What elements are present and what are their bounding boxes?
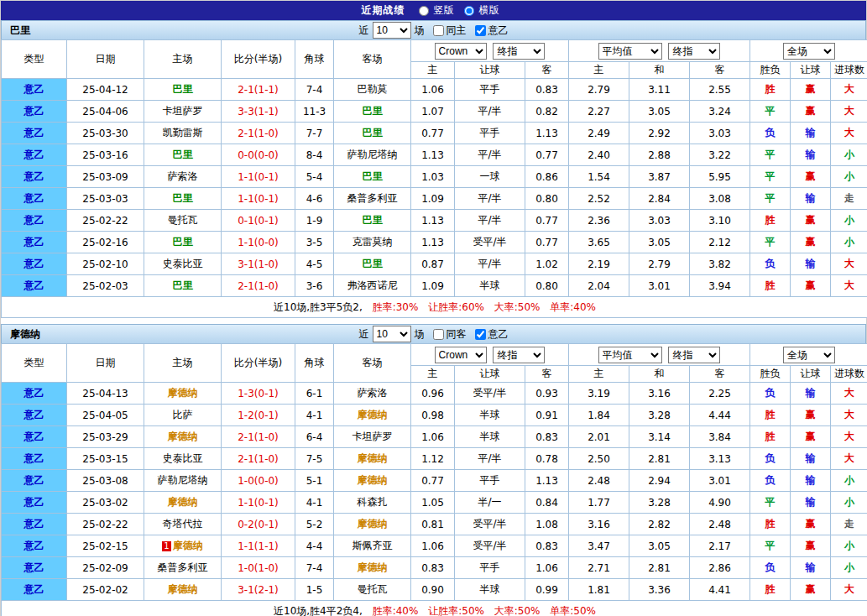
average-select[interactable]: 平均值 xyxy=(598,43,662,60)
average-select[interactable]: 平均值 xyxy=(598,347,662,363)
home-team-cell: 巴里 xyxy=(144,144,222,166)
result-cell: 大 xyxy=(831,101,867,123)
result-cell: 赢 xyxy=(791,101,831,123)
team-name: 萨索洛 xyxy=(168,170,198,182)
col-away-odds: 客 xyxy=(525,62,569,79)
odds-cell: 0.77 xyxy=(411,123,455,144)
team-name: 摩德纳 xyxy=(358,518,388,530)
same-venue-checkbox[interactable] xyxy=(433,329,444,340)
odds-cell: 0.91 xyxy=(525,405,569,426)
corners-cell: 3-6 xyxy=(295,275,334,297)
final-odds-select[interactable]: 终指 xyxy=(493,43,545,60)
team-header-bar: 摩德纳 近 10 场 同客 意乙 xyxy=(1,324,866,343)
odds-cell: 一球 xyxy=(455,166,525,188)
odds-cell: 4.90 xyxy=(690,492,750,514)
same-venue-label: 同客 xyxy=(447,327,467,342)
home-team-cell: 凯勤雷斯 xyxy=(144,123,222,144)
odds-cell: 3.10 xyxy=(690,210,750,232)
summary-stat: 胜率:30% xyxy=(373,301,419,313)
corners-cell: 7-5 xyxy=(295,448,334,470)
result-cell: 胜 xyxy=(750,426,791,448)
type-cell: 意乙 xyxy=(2,448,67,470)
away-team-cell: 摩德纳 xyxy=(334,405,411,426)
team-name: 摩德纳 xyxy=(168,496,198,508)
fullmatch-select[interactable]: 全场 xyxy=(783,43,835,60)
result-cell: 胜 xyxy=(750,275,791,297)
result-cell: 输 xyxy=(791,448,831,470)
games-count-select[interactable]: 10 xyxy=(373,326,411,342)
odds-cell: 3.16 xyxy=(569,514,629,535)
result-cell: 赢 xyxy=(791,535,831,557)
type-cell: 意乙 xyxy=(2,405,67,426)
final-odds-select[interactable]: 终指 xyxy=(668,347,720,363)
type-cell: 意乙 xyxy=(2,470,67,492)
result-cell: 小 xyxy=(831,557,867,579)
team-name: 巴里 xyxy=(363,258,383,269)
match-row: 意乙25-03-02摩德纳1-1(0-1)4-1科森扎1.05半/一0.841.… xyxy=(2,492,867,514)
odds-cell: 1.06 xyxy=(411,535,455,557)
corners-cell: 4-6 xyxy=(295,188,334,210)
odds-cell: 2.12 xyxy=(690,232,750,253)
horizontal-layout-radio[interactable] xyxy=(464,6,474,16)
games-count-select[interactable]: 10 xyxy=(373,22,411,39)
col-winloss: 胜负 xyxy=(750,62,791,79)
score-cell: 1-1(0-1) xyxy=(222,188,295,210)
team-name: 卡坦萨罗 xyxy=(353,431,393,442)
result-cell: 胜 xyxy=(750,405,791,426)
odds-cell: 2.82 xyxy=(629,514,690,535)
near-label: 近 xyxy=(359,23,369,38)
result-cell: 胜 xyxy=(750,210,791,232)
matches-body-1: 意乙25-04-13摩德纳1-3(0-1)6-1萨索洛0.96受平/半0.933… xyxy=(2,383,867,601)
summary-stat: 让胜率:60% xyxy=(428,301,484,313)
result-cell: 平 xyxy=(750,144,791,166)
summary-row: 近10场,胜3平5负2, 胜率:30% 让胜率:60% 大率:50% 单率:40… xyxy=(2,297,867,318)
bookmaker-select[interactable]: Crown xyxy=(435,347,487,363)
odds-cell: 受平/半 xyxy=(455,383,525,405)
result-cell: 赢 xyxy=(791,275,831,297)
home-team-cell: 摩德纳 xyxy=(144,579,222,601)
match-date: 25-02-02 xyxy=(67,579,144,601)
odds-cell: 2.52 xyxy=(569,188,629,210)
odds-cell: 2.55 xyxy=(690,79,750,101)
result-cell: 负 xyxy=(750,557,791,579)
same-venue-checkbox[interactable] xyxy=(433,25,444,36)
fullmatch-select[interactable]: 全场 xyxy=(783,347,835,363)
bookmaker-select[interactable]: Crown xyxy=(435,43,487,60)
odds-cell: 3.13 xyxy=(690,448,750,470)
corners-cell: 7-4 xyxy=(295,557,334,579)
away-team-cell: 卡坦萨罗 xyxy=(334,426,411,448)
team-name: 巴里 xyxy=(173,192,193,204)
vertical-layout-radio[interactable] xyxy=(419,6,429,16)
odds-cell: 3.24 xyxy=(690,101,750,123)
match-date: 25-03-03 xyxy=(67,188,144,210)
final-odds-select[interactable]: 终指 xyxy=(668,43,720,60)
odds-cell: 2.25 xyxy=(690,383,750,405)
odds-cell: 1.03 xyxy=(411,166,455,188)
team-name: 史泰比亚 xyxy=(163,258,203,269)
result-cell: 小 xyxy=(831,166,867,188)
league-filter-checkbox[interactable] xyxy=(475,329,486,340)
away-team-cell: 摩德纳 xyxy=(334,448,411,470)
corners-cell: 6-4 xyxy=(295,426,334,448)
away-team-cell: 巴勒莫 xyxy=(334,79,411,101)
result-cell: 小 xyxy=(831,492,867,514)
score-cell: 3-1(2-1) xyxy=(222,579,295,601)
col-date: 日期 xyxy=(67,40,144,79)
final-odds-select[interactable]: 终指 xyxy=(493,347,545,363)
result-cell: 负 xyxy=(750,470,791,492)
col-avg-draw: 和 xyxy=(629,366,690,383)
summary-row: 近10场,胜4平2负4, 胜率:40% 让胜率:50% 大率:50% 单率:50… xyxy=(2,601,867,616)
league-filter-checkbox[interactable] xyxy=(475,25,486,36)
col-avg-away: 客 xyxy=(690,62,750,79)
col-goals-result: 进球数 xyxy=(831,62,867,79)
result-cell: 平 xyxy=(750,188,791,210)
odds-cell: 0.81 xyxy=(411,514,455,535)
away-team-cell: 摩德纳 xyxy=(334,470,411,492)
odds-cell: 平手 xyxy=(455,470,525,492)
home-team-cell: 摩德纳 xyxy=(144,492,222,514)
odds-cell: 3.28 xyxy=(629,492,690,514)
match-date: 25-02-22 xyxy=(67,210,144,232)
col-avg-draw: 和 xyxy=(629,62,690,79)
home-team-cell: 卡坦萨罗 xyxy=(144,101,222,123)
result-cell: 输 xyxy=(791,123,831,144)
